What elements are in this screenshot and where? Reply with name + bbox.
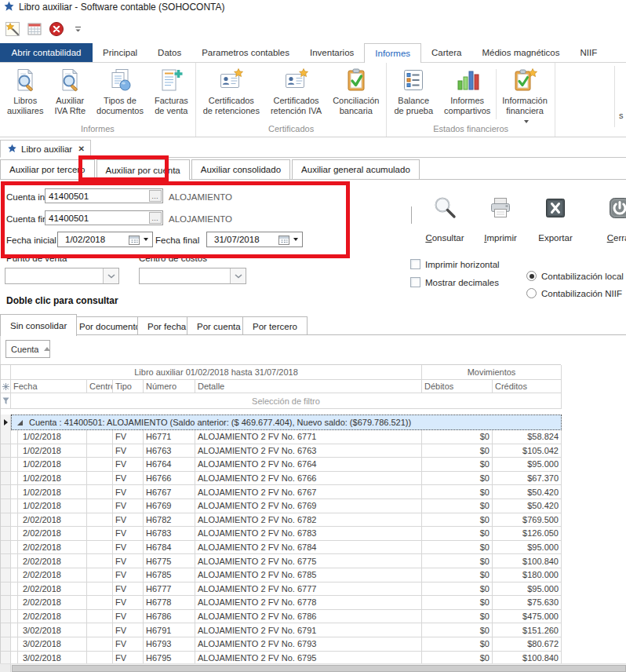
- checkbox-label: Mostrar decimales: [425, 278, 499, 287]
- fecha-final-picker[interactable]: 31/07/2018: [206, 232, 303, 247]
- table-row[interactable]: 2/02/2018 FV H6783 ALOJAMIENTO 2 FV No. …: [1, 527, 562, 541]
- cell-detalle: ALOJAMIENTO 2 FV No. 6795: [195, 652, 422, 665]
- ribbon-tab-abrir-contabilidad[interactable]: Abrir contabilidad: [0, 43, 93, 62]
- column-header-tipo[interactable]: Tipo: [113, 380, 144, 393]
- close-window-button[interactable]: [48, 20, 65, 38]
- column-header-fecha[interactable]: Fecha: [11, 380, 87, 393]
- ribbon-tab-inventarios[interactable]: Inventarios: [300, 43, 364, 62]
- centro-de-costos-combobox[interactable]: [139, 268, 246, 284]
- radio-contabilizaci-n-local[interactable]: Contabilización local: [526, 271, 624, 281]
- column-header-detalle[interactable]: Detalle: [195, 380, 422, 393]
- column-header-d-bitos[interactable]: Débitos: [422, 380, 493, 393]
- punto-de-venta-combobox[interactable]: [5, 268, 119, 284]
- ribbon-tab-cartera[interactable]: Cartera: [421, 43, 471, 62]
- ribbon-separator: [614, 66, 615, 127]
- document-tab-libro-auxiliar[interactable]: Libro auxiliar ✕: [0, 140, 91, 158]
- consultar-button[interactable]: Consultar: [419, 195, 471, 243]
- chevron-down-icon[interactable]: [230, 268, 246, 283]
- table-row[interactable]: 2/02/2018 FV H6777 ALOJAMIENTO 2 FV No. …: [1, 583, 562, 597]
- ribbon-button-auxiliar-iva-rfte[interactable]: Auxiliar IVA Rfte: [49, 66, 91, 116]
- ribbon-group: Certificados de retencionesCertificados …: [196, 63, 388, 137]
- ribbon-tab-principal[interactable]: Principal: [93, 43, 147, 62]
- application-window: Libro auxiliar - Software contable (SOHO…: [0, 0, 626, 672]
- ribbon-button-certificados-retención-iva[interactable]: Certificados retención IVA: [265, 66, 327, 116]
- horizontal-scrollbar[interactable]: [0, 663, 626, 672]
- grid-group-row[interactable]: Cuenta : 41400501: ALOJAMIENTO (Saldo an…: [1, 415, 562, 430]
- table-row[interactable]: 2/02/2018 FV H6784 ALOJAMIENTO 2 FV No. …: [1, 541, 562, 555]
- close-tab-icon[interactable]: ✕: [78, 144, 85, 153]
- ribbon-tab-m-dios-magn-ticos[interactable]: Médios magnéticos: [471, 43, 570, 62]
- cell-debitos: $0: [422, 610, 493, 623]
- view-tab-auxiliar-por-cuenta[interactable]: Auxiliar por cuenta: [96, 159, 190, 180]
- cell-centro: [87, 583, 113, 596]
- imprimir-button[interactable]: Imprimir: [475, 195, 526, 243]
- table-row[interactable]: 1/02/2018 FV H6766 ALOJAMIENTO 2 FV No. …: [1, 472, 562, 486]
- cerrar-button[interactable]: Cerrar: [594, 195, 626, 243]
- ribbon-tab-informes[interactable]: Informes: [364, 43, 421, 63]
- radio-contabilizaci-n-niif[interactable]: Contabilización NIIF: [526, 288, 622, 298]
- result-tab-por-tercero[interactable]: Por tercero: [242, 316, 308, 335]
- table-row[interactable]: 3/02/2018 FV H6791 ALOJAMIENTO 2 FV No. …: [1, 623, 562, 637]
- view-tab-auxiliar-general-acumulado[interactable]: Auxiliar general acumulado: [292, 159, 420, 179]
- fecha-inicial-picker[interactable]: 1/02/2018: [57, 232, 153, 247]
- table-row[interactable]: 2/02/2018 FV H6775 ALOJAMIENTO 2 FV No. …: [1, 554, 562, 568]
- cuenta-inicial-browse-button[interactable]: …: [149, 190, 162, 202]
- grid-filter-row[interactable]: Selección de filtro: [1, 393, 562, 409]
- toolbar-options-icon[interactable]: [73, 24, 82, 34]
- ribbon-button-facturas-de-venta[interactable]: Facturas de venta: [149, 66, 194, 116]
- column-header-n-mero[interactable]: Número: [144, 380, 195, 393]
- checkbox-imprimir-horizontal[interactable]: Imprimir horizontal: [410, 259, 500, 269]
- table-row[interactable]: 1/02/2018 FV H6769 ALOJAMIENTO 2 FV No. …: [1, 499, 562, 513]
- view-tab-auxiliar-por-tercero[interactable]: Auxiliar por tercero: [0, 159, 95, 179]
- cell-centro: [87, 430, 113, 444]
- ribbon-button-balance-de-prueba[interactable]: Balance de prueba: [388, 66, 439, 116]
- cuenta-inicial-field[interactable]: 41400501 …: [45, 188, 163, 203]
- view-tab-auxiliar-consolidado[interactable]: Auxiliar consolidado: [191, 159, 290, 179]
- table-row[interactable]: 2/02/2018 FV H6782 ALOJAMIENTO 2 FV No. …: [1, 513, 562, 528]
- ribbon-button-certificados-de-retenciones[interactable]: Certificados de retenciones: [198, 66, 265, 116]
- cell-fecha: 1/02/2018: [18, 444, 87, 458]
- column-header-centro[interactable]: Centro: [87, 380, 113, 393]
- ribbon-tab-datos[interactable]: Datos: [147, 43, 191, 62]
- checkbox-mostrar-decimales[interactable]: Mostrar decimales: [410, 277, 499, 287]
- quick-access-toolbar: [4, 19, 82, 39]
- ribbon-button-conciliación-bancaria[interactable]: Conciliación bancaria: [327, 66, 384, 116]
- table-report-button[interactable]: [26, 20, 43, 38]
- cell-fecha: 2/02/2018: [18, 583, 87, 596]
- cell-debitos: $0: [422, 527, 493, 540]
- scrollbar-thumb[interactable]: [12, 665, 626, 672]
- result-tab-label: Por cuenta: [197, 322, 241, 331]
- table-row[interactable]: 1/02/2018 FV H6767 ALOJAMIENTO 2 FV No. …: [1, 485, 562, 499]
- result-tab-por-cuenta[interactable]: Por cuenta: [187, 316, 251, 335]
- cuenta-final-browse-button[interactable]: …: [149, 212, 162, 224]
- chevron-down-icon[interactable]: [103, 268, 118, 283]
- cuenta-final-field[interactable]: 41400501 …: [45, 210, 163, 225]
- ribbon-tab-parametros-contables[interactable]: Parametros contables: [191, 43, 300, 62]
- ribbon-button-label: Información financiera: [502, 96, 547, 116]
- group-row-cell[interactable]: Cuenta : 41400501: ALOJAMIENTO (Saldo an…: [11, 415, 562, 430]
- ribbon-button-label: Certificados retención IVA: [271, 96, 322, 116]
- table-row[interactable]: 3/02/2018 FV H6793 ALOJAMIENTO 2 FV No. …: [1, 637, 562, 652]
- table-row[interactable]: 1/02/2018 FV H6771 ALOJAMIENTO 2 FV No. …: [1, 430, 562, 444]
- table-row[interactable]: 2/02/2018 FV H6785 ALOJAMIENTO 2 FV No. …: [1, 568, 562, 583]
- exportar-button[interactable]: Exportar: [530, 195, 581, 243]
- table-row[interactable]: 1/02/2018 FV H6763 ALOJAMIENTO 2 FV No. …: [1, 444, 562, 458]
- table-row[interactable]: 2/02/2018 FV H6786 ALOJAMIENTO 2 FV No. …: [1, 610, 562, 624]
- cell-detalle: ALOJAMIENTO 2 FV No. 6771: [195, 430, 422, 444]
- ribbon-button-informes-compartivos[interactable]: Informes compartivos: [439, 66, 496, 116]
- ribbon-button-tipos-de-documentos[interactable]: Tipos de documentos: [91, 66, 149, 116]
- column-header-cr-ditos[interactable]: Créditos: [493, 380, 562, 393]
- group-by-cuenta-button[interactable]: Cuenta: [5, 340, 50, 358]
- expand-icon[interactable]: [17, 420, 23, 425]
- ribbon-button-label: Conciliación bancaria: [333, 96, 379, 116]
- card-star-icon: [219, 68, 244, 93]
- magic-wand-button[interactable]: [4, 20, 21, 38]
- sort-ascending-icon: [44, 347, 50, 351]
- table-row[interactable]: 2/02/2018 FV H6778 ALOJAMIENTO 2 FV No. …: [1, 596, 562, 610]
- table-row[interactable]: 1/02/2018 FV H6764 ALOJAMIENTO 2 FV No. …: [1, 458, 562, 472]
- result-tab-sin-consolidar[interactable]: Sin consolidar: [0, 314, 77, 336]
- ribbon-button-libros-auxiliares[interactable]: Libros auxiliares: [2, 66, 49, 116]
- ribbon: Libros auxiliaresAuxiliar IVA RfteTipos …: [0, 63, 626, 137]
- ribbon-tab-niif[interactable]: NIIF: [570, 43, 607, 62]
- ribbon-button-información-financiera[interactable]: Información financiera: [497, 66, 552, 116]
